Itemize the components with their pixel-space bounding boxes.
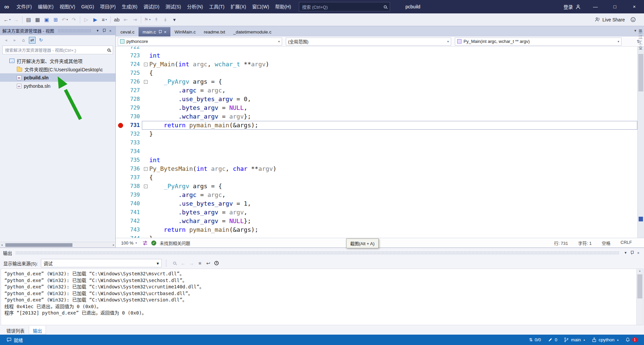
show-whitespace-icon[interactable]: ab — [112, 15, 121, 24]
code-line-740[interactable]: 740 .use_bytes_argv = 1, — [116, 199, 637, 208]
explorer-search-input[interactable]: 搜索解决方案资源管理器 - 视图(Ctrl+;) — [2, 46, 113, 54]
code-line-725[interactable]: 725{ — [116, 69, 637, 77]
code-viewport[interactable]: 722723int724-Py_Main(int argc, wchar_t *… — [116, 47, 637, 238]
breakpoint-margin[interactable] — [116, 51, 125, 60]
breakpoint-margin[interactable] — [116, 225, 125, 234]
breakpoint-margin[interactable] — [116, 173, 125, 182]
vscroll-thumb[interactable] — [638, 54, 643, 91]
output-scroll-thumb[interactable] — [637, 274, 642, 298]
code-line-731[interactable]: 731 return pymain_main(&args); — [116, 121, 637, 130]
line-indicator[interactable]: 行: 731 — [554, 240, 568, 246]
breakpoint-margin[interactable] — [116, 217, 125, 225]
code-line-743[interactable]: 743 return pymain_main(&args); — [116, 225, 637, 234]
breakpoint-margin[interactable] — [116, 130, 125, 138]
menu-item-0[interactable]: 文件(F) — [13, 0, 35, 13]
breakpoint-indicator[interactable] — [118, 123, 123, 128]
notifications-button[interactable]: 1 — [622, 335, 641, 345]
code-line-727[interactable]: 727 .argc = argc, — [116, 86, 637, 95]
menu-item-6[interactable]: 调试(D) — [141, 0, 162, 13]
attach-process-icon[interactable]: ▶ — [91, 15, 100, 24]
pin-icon[interactable] — [102, 28, 106, 33]
close-button[interactable]: × — [625, 0, 644, 13]
tree-item-pythonba-sln[interactable]: pythonba.sln — [0, 82, 115, 90]
breakpoint-margin[interactable] — [116, 182, 125, 191]
collapse-icon[interactable]: - — [144, 167, 148, 171]
code-line-730[interactable]: 730 .wchar_argv = argv}; — [116, 112, 637, 121]
code-line-722[interactable]: 722 — [116, 47, 637, 51]
home-icon[interactable]: ⌂ — [20, 37, 27, 44]
pending-edits-button[interactable]: 0 — [544, 335, 561, 345]
breakpoint-margin[interactable] — [116, 208, 125, 217]
project-dropdown[interactable]: pythoncore ▾ — [118, 38, 282, 46]
save-all-icon[interactable]: ⊞ — [51, 15, 60, 24]
zoom-dropdown[interactable]: 100 % ▾ — [119, 240, 139, 246]
output-source-dropdown[interactable]: 调试 ▾ — [41, 259, 162, 267]
menu-item-3[interactable]: Git(G) — [78, 0, 97, 13]
breakpoint-margin[interactable] — [116, 104, 125, 112]
breakpoint-margin[interactable] — [116, 95, 125, 104]
code-line-723[interactable]: 723int — [116, 51, 637, 60]
member-dropdown[interactable]: Py_Main(int argc, wchar_t ** argv) ▾ — [455, 38, 622, 46]
menu-item-10[interactable]: 扩展(X) — [227, 0, 249, 13]
tab-main.c[interactable]: main.c× — [139, 27, 170, 37]
live-share-button[interactable]: Live Share — [595, 17, 625, 22]
autoscroll-clock-icon[interactable] — [213, 260, 221, 267]
breakpoint-margin[interactable] — [116, 156, 125, 164]
char-indicator[interactable]: 字符: 1 — [578, 240, 592, 246]
breakpoint-margin[interactable] — [116, 112, 125, 121]
tab-list-chevron-icon[interactable]: ▾ — [634, 28, 636, 33]
repo-button[interactable]: cpython ▴ — [588, 335, 622, 345]
tree-item-open-solution[interactable]: 打开解决方案、文件夹或其他项 — [0, 57, 115, 65]
open-file-icon[interactable]: ▦ — [33, 15, 42, 24]
sync-commits-button[interactable]: ⇅ 0/0 — [526, 335, 544, 345]
code-line-739[interactable]: 739 .argc = argc, — [116, 191, 637, 199]
menu-item-5[interactable]: 生成(B) — [119, 0, 141, 13]
spaces-indicator[interactable]: 空格 — [602, 240, 610, 246]
explorer-hscrollbar[interactable]: ◂ ▸ — [0, 242, 115, 248]
solution-explorer-header[interactable]: 解决方案资源管理器 - 视图 ▾ × — [0, 26, 115, 35]
code-line-726[interactable]: 726- _PyArgv args = { — [116, 77, 637, 86]
breakpoint-margin[interactable] — [116, 191, 125, 199]
menu-item-2[interactable]: 视图(V) — [57, 0, 78, 13]
tab-_datetimemodule.c[interactable]: _datetimemodule.c — [229, 27, 275, 37]
close-icon[interactable]: × — [636, 251, 641, 255]
breakpoint-margin[interactable] — [116, 199, 125, 208]
scroll-left-icon[interactable]: ◂ — [1, 243, 3, 247]
code-line-735[interactable]: 735int — [116, 156, 637, 164]
breakpoint-margin[interactable] — [116, 164, 125, 173]
minimize-button[interactable]: — — [586, 0, 605, 13]
toolbar-overflow-icon[interactable]: ▾ — [170, 15, 179, 24]
pin-icon[interactable] — [630, 251, 634, 255]
breakpoint-margin[interactable] — [116, 60, 125, 69]
menu-item-11[interactable]: 窗口(W) — [249, 0, 272, 13]
bottom-tab-错误列表[interactable]: 错误列表 — [3, 326, 28, 335]
code-line-728[interactable]: 728 .use_bytes_argv = 0, — [116, 95, 637, 104]
code-line-724[interactable]: 724-Py_Main(int argc, wchar_t **argv) — [116, 60, 637, 69]
breakpoint-margin[interactable] — [116, 47, 125, 51]
switch-views-icon[interactable]: ⇄ — [29, 37, 36, 44]
configurations-icon[interactable]: ≡▾ — [100, 15, 109, 24]
chevron-down-icon[interactable]: ▾ — [623, 251, 628, 255]
breakpoint-margin[interactable] — [116, 86, 125, 95]
feedback-button[interactable]: 就绪 — [3, 335, 26, 345]
refresh-icon[interactable]: ↻ — [38, 37, 44, 44]
editor-vscrollbar[interactable]: ▴ — [637, 47, 644, 238]
save-icon[interactable]: ▣ — [42, 15, 51, 24]
output-header[interactable]: 输出 ▾ × — [0, 248, 644, 258]
tab-WinMain.c[interactable]: WinMain.c — [170, 27, 200, 37]
code-line-729[interactable]: 729 .bytes_argv = NULL, — [116, 104, 637, 112]
tab-ceval.c[interactable]: ceval.c — [116, 27, 139, 37]
scroll-right-icon[interactable]: ▸ — [113, 243, 114, 247]
feedback-smiley-icon[interactable] — [630, 17, 636, 22]
breakpoint-margin[interactable] — [116, 121, 125, 130]
breakpoint-margin[interactable] — [116, 147, 125, 156]
bottom-tab-输出[interactable]: 输出 — [29, 326, 46, 335]
tab-readme.txt[interactable]: readme.txt — [200, 27, 229, 37]
new-project-icon[interactable]: ▤ — [24, 15, 33, 24]
code-line-737[interactable]: 737{ — [116, 173, 637, 182]
close-icon[interactable]: × — [108, 29, 113, 33]
code-line-738[interactable]: 738- _PyArgv args = { — [116, 182, 637, 191]
scope-dropdown[interactable]: (全局范围) ▾ — [286, 38, 451, 46]
code-line-736[interactable]: 736-Py_BytesMain(int argc, char **argv) — [116, 164, 637, 173]
code-line-733[interactable]: 733 — [116, 138, 637, 147]
